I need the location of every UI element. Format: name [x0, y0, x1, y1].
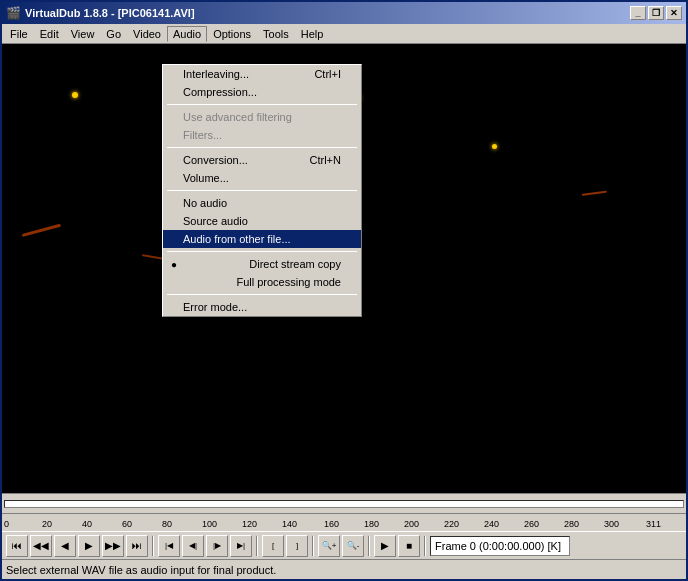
menu-item-use-advanced: Use advanced filtering [163, 108, 361, 126]
frame-display-text: Frame 0 (0:00:00.000) [K] [435, 540, 561, 552]
menu-separator-4 [167, 251, 357, 252]
use-advanced-label: Use advanced filtering [183, 111, 292, 123]
menu-view[interactable]: View [65, 26, 101, 42]
menu-item-filters: Filters... [163, 126, 361, 144]
status-text: Select external WAV file as audio input … [6, 564, 682, 576]
menu-file[interactable]: File [4, 26, 34, 42]
menu-tools[interactable]: Tools [257, 26, 295, 42]
volume-label: Volume... [183, 172, 229, 184]
app-icon: 🎬 [6, 6, 21, 20]
ruler-60: 60 [122, 519, 132, 529]
error-mode-label: Error mode... [183, 301, 247, 313]
menu-item-conversion[interactable]: Conversion... Ctrl+N [163, 151, 361, 169]
ruler-180: 180 [364, 519, 379, 529]
menu-item-interleaving[interactable]: Interleaving... Ctrl+I [163, 65, 361, 83]
ruler-311: 311 [646, 519, 661, 529]
toolbar-area: ⏮ ◀◀ ◀ ▶ ▶▶ ⏭ |◀ ◀| |▶ ▶| [ ] 🔍+ 🔍- ▶ ■ … [2, 531, 686, 559]
title-bar: 🎬 VirtualDub 1.8.8 - [PIC06141.AVI] _ ❐ … [2, 2, 686, 24]
fast-forward-end-button[interactable]: ⏭ [126, 535, 148, 557]
go-end-button[interactable]: ▶| [230, 535, 252, 557]
filters-label: Filters... [183, 129, 222, 141]
compression-label: Compression... [183, 86, 257, 98]
ruler-100: 100 [202, 519, 217, 529]
bullet-icon: ● [171, 259, 183, 270]
menu-audio[interactable]: Audio [167, 26, 207, 42]
mark-out-button[interactable]: ] [286, 535, 308, 557]
title-bar-text: 🎬 VirtualDub 1.8.8 - [PIC06141.AVI] [6, 6, 195, 20]
menu-separator-2 [167, 147, 357, 148]
audio-from-file-label: Audio from other file... [183, 233, 291, 245]
lower-black-area [2, 329, 686, 493]
rewind-start-button[interactable]: ⏮ [6, 535, 28, 557]
ruler-80: 80 [162, 519, 172, 529]
ruler-40: 40 [82, 519, 92, 529]
menu-item-full-processing[interactable]: Full processing mode [163, 273, 361, 291]
interleaving-label: Interleaving... [183, 68, 249, 80]
ruler-260: 260 [524, 519, 539, 529]
menu-video[interactable]: Video [127, 26, 167, 42]
frame-display: Frame 0 (0:00:00.000) [K] [430, 536, 570, 556]
conversion-shortcut: Ctrl+N [310, 154, 341, 166]
ruler-200: 200 [404, 519, 419, 529]
timeline-track[interactable] [4, 500, 684, 508]
menu-separator-1 [167, 104, 357, 105]
ruler-300: 300 [604, 519, 619, 529]
ruler-20: 20 [42, 519, 52, 529]
menu-options[interactable]: Options [207, 26, 257, 42]
separator-4 [368, 536, 370, 556]
go-start-button[interactable]: |◀ [158, 535, 180, 557]
separator-2 [256, 536, 258, 556]
audio-dropdown-menu: Interleaving... Ctrl+I Compression... Us… [162, 64, 362, 317]
menu-item-source-audio[interactable]: Source audio [163, 212, 361, 230]
menu-item-audio-from-file[interactable]: Audio from other file... [163, 230, 361, 248]
ruler-140: 140 [282, 519, 297, 529]
full-processing-label: Full processing mode [236, 276, 341, 288]
menu-edit[interactable]: Edit [34, 26, 65, 42]
ruler-0: 0 [4, 519, 9, 529]
status-bar: Select external WAV file as audio input … [2, 559, 686, 579]
next-frame-button[interactable]: ▶ [78, 535, 100, 557]
dropdown-container: Interleaving... Ctrl+I Compression... Us… [162, 64, 362, 317]
next-key-button[interactable]: ▶▶ [102, 535, 124, 557]
separator-5 [424, 536, 426, 556]
menu-item-volume[interactable]: Volume... [163, 169, 361, 187]
firefly-dot [72, 92, 78, 98]
menu-help[interactable]: Help [295, 26, 330, 42]
prev-frame-button[interactable]: ◀ [54, 535, 76, 557]
ruler-220: 220 [444, 519, 459, 529]
menu-item-compression[interactable]: Compression... [163, 83, 361, 101]
menu-bar: File Edit View Go Video Audio Options To… [2, 24, 686, 44]
play-button[interactable]: ▶ [374, 535, 396, 557]
no-audio-label: No audio [183, 197, 227, 209]
menu-separator-5 [167, 294, 357, 295]
menu-go[interactable]: Go [100, 26, 127, 42]
next-scene-button[interactable]: |▶ [206, 535, 228, 557]
ruler-240: 240 [484, 519, 499, 529]
zoom-out-button[interactable]: 🔍- [342, 535, 364, 557]
zoom-in-button[interactable]: 🔍+ [318, 535, 340, 557]
mark-in-button[interactable]: [ [262, 535, 284, 557]
interleaving-shortcut: Ctrl+I [314, 68, 341, 80]
video-area: Interleaving... Ctrl+I Compression... Us… [2, 44, 686, 329]
separator-1 [152, 536, 154, 556]
direct-stream-label: Direct stream copy [249, 258, 341, 270]
main-window: 🎬 VirtualDub 1.8.8 - [PIC06141.AVI] _ ❐ … [0, 0, 688, 581]
spark-streak [22, 224, 61, 237]
title-bar-buttons: _ ❐ ✕ [630, 6, 682, 20]
prev-scene-button[interactable]: ◀| [182, 535, 204, 557]
window-title: VirtualDub 1.8.8 - [PIC06141.AVI] [25, 7, 195, 19]
ruler-160: 160 [324, 519, 339, 529]
ruler-120: 120 [242, 519, 257, 529]
minimize-button[interactable]: _ [630, 6, 646, 20]
ruler-area: 0 20 40 60 80 100 120 140 160 180 200 22… [2, 513, 686, 531]
ruler-280: 280 [564, 519, 579, 529]
menu-item-error-mode[interactable]: Error mode... [163, 298, 361, 316]
menu-item-no-audio[interactable]: No audio [163, 194, 361, 212]
prev-key-button[interactable]: ◀◀ [30, 535, 52, 557]
timeline-container [2, 493, 686, 513]
spark-streak [582, 191, 607, 196]
restore-button[interactable]: ❐ [648, 6, 664, 20]
close-button[interactable]: ✕ [666, 6, 682, 20]
stop-button[interactable]: ■ [398, 535, 420, 557]
menu-item-direct-stream[interactable]: ● Direct stream copy [163, 255, 361, 273]
